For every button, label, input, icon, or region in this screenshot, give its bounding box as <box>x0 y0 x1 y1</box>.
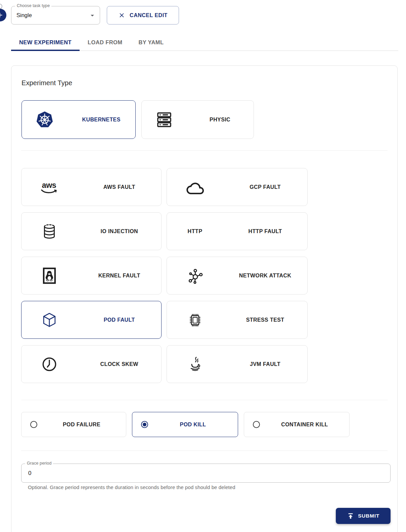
fault-label: AWS FAULT <box>103 184 135 190</box>
fault-label: HTTP FAULT <box>248 228 282 234</box>
fault-label-box: STRESS TEST <box>223 317 307 323</box>
grace-period-field: Grace period <box>21 464 391 483</box>
fault-label-box: HTTP FAULT <box>223 228 307 234</box>
experiment-form-card: Experiment Type <box>11 65 398 532</box>
tab-label: NEW EXPERIMENT <box>19 39 72 46</box>
radio-unchecked-icon[interactable] <box>30 421 37 428</box>
grace-period-label: Grace period <box>25 461 53 466</box>
cloud-icon <box>167 178 223 197</box>
scope-row: KUBERNETES <box>21 100 254 139</box>
server-icon <box>142 111 186 129</box>
submit-label: SUBMIT <box>358 513 379 519</box>
fault-card-network[interactable]: NETWORK ATTACK <box>167 257 308 295</box>
fault-card-clock[interactable]: CLOCK SKEW <box>21 345 162 383</box>
fault-card-pod[interactable]: POD FAULT <box>21 301 162 339</box>
fault-card-http[interactable]: HTTP HTTP FAULT <box>167 212 308 250</box>
radio-label: POD FAILURE <box>37 422 126 428</box>
divider <box>21 150 388 151</box>
radio-card-pod-failure[interactable]: POD FAILURE <box>21 412 126 437</box>
close-icon <box>118 12 125 19</box>
fault-label-box: JVM FAULT <box>223 361 307 367</box>
fault-label: KERNEL FAULT <box>98 273 140 279</box>
scope-card-kubernetes[interactable]: KUBERNETES <box>21 100 136 139</box>
scope-label: KUBERNETES <box>82 117 120 123</box>
cancel-edit-button[interactable]: CANCEL EDIT <box>107 6 179 24</box>
fault-label: JVM FAULT <box>250 361 280 367</box>
plus-icon <box>0 11 4 19</box>
tab-by-yaml[interactable]: BY YAML <box>130 35 172 50</box>
chevron-down-icon <box>88 11 96 19</box>
http-icon: HTTP <box>167 228 223 234</box>
tab-load-from[interactable]: LOAD FROM <box>80 35 131 50</box>
tab-new-experiment[interactable]: NEW EXPERIMENT <box>11 35 80 50</box>
grace-period-helper: Optional. Grace period represents the du… <box>28 484 235 490</box>
task-type-value: Single <box>16 12 32 18</box>
radio-card-pod-kill[interactable]: POD KILL <box>132 412 238 437</box>
divider <box>21 450 388 451</box>
fault-label-box: GCP FAULT <box>223 184 307 190</box>
partial-circle-decoration <box>0 4 2 9</box>
fault-label: POD FAULT <box>104 317 135 323</box>
scope-label-box: KUBERNETES <box>67 117 135 123</box>
fault-label-box: POD FAULT <box>77 317 161 323</box>
grace-period-input[interactable] <box>28 470 360 477</box>
submit-button[interactable]: SUBMIT <box>336 508 391 524</box>
fault-card-kernel[interactable]: KERNEL FAULT <box>21 257 162 295</box>
scope-label-box: PHYSIC <box>186 117 254 123</box>
scope-card-physic[interactable]: PHYSIC <box>141 100 254 139</box>
fault-label-box: IO INJECTION <box>77 228 161 234</box>
section-title: Experiment Type <box>21 79 72 87</box>
fault-label-box: NETWORK ATTACK <box>223 273 307 279</box>
fault-label-box: CLOCK SKEW <box>77 361 161 367</box>
radio-label: POD KILL <box>148 422 238 428</box>
fault-label-box: KERNEL FAULT <box>77 273 161 279</box>
radio-card-container-kill[interactable]: CONTAINER KILL <box>244 412 350 437</box>
fault-label: NETWORK ATTACK <box>239 273 291 279</box>
clock-icon <box>21 355 77 373</box>
new-experiment-page: Choose task type Single CANCEL EDIT NEW … <box>0 0 406 532</box>
tab-label: LOAD FROM <box>88 39 123 46</box>
fault-card-gcp[interactable]: GCP FAULT <box>167 168 308 206</box>
cancel-edit-label: CANCEL EDIT <box>130 12 168 18</box>
fault-card-aws[interactable]: aws AWS FAULT <box>21 168 162 206</box>
radio-checked-icon[interactable] <box>141 421 148 428</box>
tab-label: BY YAML <box>138 39 164 46</box>
fault-label-box: AWS FAULT <box>77 184 161 190</box>
kubernetes-icon <box>22 111 67 129</box>
fault-label: CLOCK SKEW <box>100 361 138 367</box>
radio-unchecked-icon[interactable] <box>253 421 260 428</box>
divider <box>21 400 388 400</box>
cpu-chip-icon <box>167 311 223 329</box>
fault-type-grid: aws AWS FAULT <box>21 168 308 383</box>
fault-card-io[interactable]: IO INJECTION <box>21 212 162 250</box>
svg-text:aws: aws <box>42 181 56 190</box>
radio-label: CONTAINER KILL <box>260 422 349 428</box>
scope-label: PHYSIC <box>210 117 230 123</box>
fault-label: IO INJECTION <box>100 228 138 234</box>
fault-card-jvm[interactable]: JVM FAULT <box>167 345 308 383</box>
publish-upload-icon <box>347 512 354 520</box>
database-icon <box>21 223 77 240</box>
pod-cube-icon <box>21 311 77 329</box>
aws-icon: aws <box>21 179 77 195</box>
action-radio-row: POD FAILURE POD KILL CONTAINER KILL <box>21 412 350 437</box>
fault-label: STRESS TEST <box>246 317 284 323</box>
fault-label: GCP FAULT <box>250 184 281 190</box>
add-fab-button[interactable] <box>0 9 6 21</box>
linux-penguin-icon <box>21 267 77 285</box>
task-type-select[interactable]: Choose task type Single <box>11 6 100 24</box>
network-nodes-icon <box>167 267 223 284</box>
fault-card-stress[interactable]: STRESS TEST <box>167 301 308 339</box>
task-type-label: Choose task type <box>15 3 51 8</box>
experiment-tabs: NEW EXPERIMENT LOAD FROM BY YAML <box>11 35 398 51</box>
java-cup-icon <box>167 356 223 373</box>
